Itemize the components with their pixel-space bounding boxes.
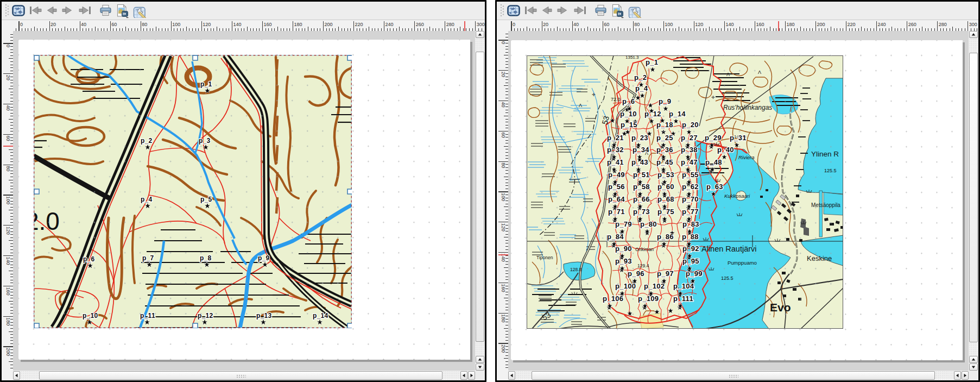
svg-text:p_109: p_109 [638, 295, 659, 303]
svg-text:180: 180 [5, 317, 11, 325]
svg-text:p_63: p_63 [706, 183, 723, 191]
svg-text:p_31: p_31 [730, 134, 747, 142]
svg-text:p_4: p_4 [635, 84, 648, 92]
svg-text:220: 220 [848, 22, 856, 27]
svg-text:p_100: p_100 [615, 282, 636, 290]
svg-text:p_41: p_41 [607, 158, 624, 166]
svg-text:p_53: p_53 [657, 171, 674, 179]
svg-text:p_34: p_34 [633, 146, 649, 154]
svg-text:Keskine: Keskine [807, 254, 832, 262]
svg-text:160: 160 [756, 22, 764, 27]
svg-text:p_8: p_8 [200, 254, 212, 262]
svg-text:Kukkosaari: Kukkosaari [724, 193, 750, 199]
svg-text:p_45: p_45 [656, 158, 673, 166]
svg-text:53: 53 [540, 310, 552, 322]
svg-text:p_3: p_3 [199, 137, 211, 145]
svg-text:Metsäoppila: Metsäoppila [811, 202, 840, 208]
svg-text:p_12: p_12 [644, 110, 661, 118]
svg-text:p_70: p_70 [682, 195, 699, 203]
svg-text:260: 260 [416, 22, 424, 27]
svg-text:120: 120 [203, 22, 211, 27]
svg-text:p_48: p_48 [705, 158, 722, 166]
svg-text:Λ: Λ [645, 151, 648, 156]
svg-text:200: 200 [817, 22, 825, 27]
svg-text:160: 160 [263, 22, 271, 27]
svg-text:p_32: p_32 [607, 146, 624, 154]
svg-text:p_43: p_43 [631, 158, 648, 166]
svg-text:p_60: p_60 [657, 183, 674, 191]
svg-text:p_10: p_10 [83, 312, 98, 320]
svg-text:0: 0 [5, 45, 11, 47]
svg-text:p_92: p_92 [682, 245, 699, 253]
svg-text:p_104: p_104 [673, 282, 694, 290]
svg-text:60: 60 [604, 22, 609, 27]
svg-text:p_1: p_1 [200, 80, 212, 88]
svg-text:p_2: p_2 [634, 73, 647, 82]
svg-text:p_36: p_36 [656, 146, 673, 154]
svg-text:53: 53 [600, 115, 611, 126]
svg-text:180: 180 [787, 22, 795, 27]
svg-text:1351.3: 1351.3 [625, 55, 639, 60]
svg-text:Λ: Λ [579, 103, 582, 108]
svg-text:180: 180 [294, 22, 302, 27]
svg-text:240: 240 [385, 22, 394, 27]
svg-text:120: 120 [501, 223, 506, 231]
svg-text:125.5: 125.5 [721, 275, 734, 281]
svg-text:128.8: 128.8 [570, 267, 582, 272]
svg-text:129.4: 129.4 [637, 263, 649, 268]
svg-text:140: 140 [725, 22, 734, 27]
svg-text:80: 80 [5, 166, 11, 171]
svg-text:p_14: p_14 [313, 312, 328, 320]
svg-text:20: 20 [50, 22, 56, 27]
svg-text:p_83: p_83 [682, 220, 699, 228]
svg-text:72.0: 72.0 [611, 97, 621, 102]
svg-text:p_79: p_79 [615, 220, 632, 228]
svg-text:p_25: p_25 [656, 134, 673, 142]
svg-text:p_5: p_5 [200, 196, 212, 203]
svg-text:125.5: 125.5 [824, 168, 837, 173]
svg-text:p_93: p_93 [615, 257, 632, 265]
svg-text:p_111: p_111 [673, 295, 693, 303]
svg-text:120: 120 [5, 227, 11, 235]
svg-text:p_106: p_106 [603, 295, 623, 303]
svg-text:p_9: p_9 [258, 254, 270, 262]
svg-text:40: 40 [5, 105, 11, 111]
svg-text:200: 200 [325, 22, 333, 27]
svg-text:p_62: p_62 [682, 183, 699, 191]
svg-text:Rus'holiinkangas: Rus'holiinkangas [723, 104, 772, 111]
svg-text:200: 200 [501, 345, 506, 353]
svg-text:p_75: p_75 [657, 208, 674, 216]
svg-text:p_47: p_47 [681, 158, 698, 166]
svg-text:60: 60 [5, 135, 11, 141]
svg-text:p_1: p_1 [646, 58, 658, 66]
svg-text:14139: 14139 [734, 134, 747, 139]
svg-text:2.0: 2.0 [34, 207, 60, 235]
svg-text:Onkiman: Onkiman [635, 247, 654, 252]
svg-text:100: 100 [501, 193, 506, 201]
svg-text:60: 60 [501, 132, 506, 137]
svg-text:40: 40 [501, 102, 506, 108]
svg-text:p_14: p_14 [669, 110, 686, 118]
svg-text:20: 20 [501, 72, 506, 77]
svg-text:p_10: p_10 [620, 110, 637, 118]
svg-text:p_11: p_11 [140, 312, 155, 320]
svg-text:100: 100 [665, 22, 673, 27]
svg-text:p_29: p_29 [705, 134, 722, 142]
svg-text:p_64: p_64 [608, 195, 625, 203]
svg-text:160: 160 [501, 284, 506, 292]
svg-text:p_21: p_21 [607, 134, 624, 142]
svg-text:280: 280 [446, 22, 454, 27]
svg-text:40: 40 [81, 22, 86, 27]
svg-text:p_97: p_97 [657, 270, 674, 278]
svg-text:100: 100 [172, 22, 180, 27]
svg-text:260: 260 [908, 22, 916, 27]
svg-text:Alinen Rautjärvi: Alinen Rautjärvi [701, 245, 757, 253]
svg-text:Tiponen: Tiponen [536, 255, 553, 260]
svg-text:p_51: p_51 [633, 171, 650, 179]
svg-text:p_80: p_80 [640, 220, 657, 228]
svg-text:20: 20 [543, 22, 548, 27]
svg-text:p_84: p_84 [607, 233, 624, 241]
svg-text:p_20: p_20 [682, 121, 699, 129]
svg-text:200: 200 [5, 348, 11, 356]
svg-text:100: 100 [5, 196, 11, 204]
